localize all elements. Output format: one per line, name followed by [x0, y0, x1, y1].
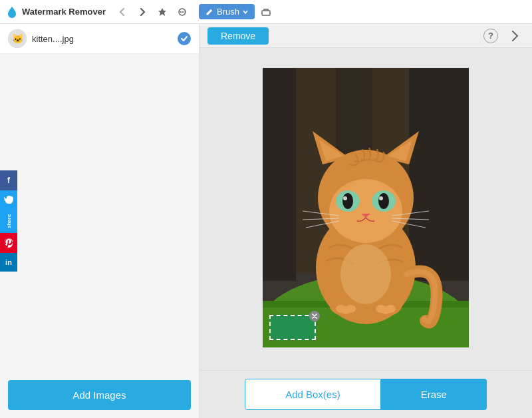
- svg-point-44: [340, 244, 391, 304]
- navigate-right-button[interactable]: [505, 27, 524, 45]
- comment-button[interactable]: [174, 3, 191, 21]
- pin-icon: [158, 7, 167, 17]
- svg-point-26: [378, 193, 389, 209]
- help-button[interactable]: ?: [481, 27, 500, 45]
- file-name: kitten....jpg: [32, 34, 172, 44]
- close-icon: [312, 314, 317, 319]
- svg-point-25: [342, 193, 353, 209]
- file-item[interactable]: 🐱 kitten....jpg: [0, 24, 199, 54]
- file-check-icon: [178, 32, 191, 45]
- main-content: 🐱 kitten....jpg f share: [0, 24, 532, 418]
- file-avatar: 🐱: [8, 29, 27, 48]
- share-label-button[interactable]: share: [0, 209, 17, 233]
- add-box-button[interactable]: Add Box(es): [245, 379, 381, 410]
- svg-point-1: [180, 11, 181, 13]
- svg-rect-8: [263, 68, 296, 281]
- svg-point-3: [183, 11, 184, 13]
- svg-text:🐱: 🐱: [12, 33, 24, 45]
- avatar-icon: 🐱: [8, 29, 27, 48]
- back-button[interactable]: [114, 3, 131, 21]
- remove-button[interactable]: Remove: [207, 27, 269, 45]
- facebook-share-button[interactable]: f: [0, 170, 17, 190]
- image-container: [263, 68, 469, 350]
- add-images-button[interactable]: Add Images: [8, 380, 191, 410]
- linkedin-share-button[interactable]: in: [0, 253, 17, 272]
- app-title: Watermark Remover: [22, 7, 106, 17]
- logo-icon: [5, 5, 19, 19]
- kitten-image: [263, 68, 469, 347]
- svg-point-28: [379, 196, 383, 200]
- brush-dropdown-icon: [243, 9, 248, 15]
- pinterest-share-button[interactable]: [0, 233, 17, 253]
- nav-group: [114, 3, 191, 21]
- forward-button[interactable]: [134, 3, 151, 21]
- pinterest-icon: [5, 238, 13, 248]
- brush-icon: [205, 8, 213, 16]
- svg-point-2: [182, 11, 183, 13]
- canvas-area: [200, 48, 532, 370]
- twitter-icon: [4, 196, 13, 204]
- svg-point-22: [329, 179, 402, 243]
- eraser-button[interactable]: [257, 3, 275, 21]
- right-toolbar: Remove ?: [200, 24, 532, 48]
- forward-icon: [138, 7, 147, 17]
- back-icon: [118, 7, 127, 17]
- svg-point-27: [343, 196, 347, 200]
- app-logo: Watermark Remover: [5, 5, 106, 19]
- svg-point-43: [385, 305, 396, 313]
- erase-button[interactable]: Erase: [381, 379, 487, 410]
- right-panel: Remove ?: [200, 24, 532, 418]
- pin-button[interactable]: [154, 3, 171, 21]
- chevron-right-icon: [511, 31, 519, 41]
- left-panel: 🐱 kitten....jpg f share: [0, 24, 200, 418]
- social-sidebar: f share in: [0, 170, 17, 272]
- toolbar: Watermark Remover: [0, 0, 532, 24]
- svg-rect-12: [409, 68, 469, 281]
- selection-close-button[interactable]: [309, 311, 320, 321]
- right-toolbar-actions: ?: [481, 27, 524, 45]
- brush-button[interactable]: Brush: [199, 4, 255, 19]
- comment-icon: [178, 7, 187, 17]
- checkmark-icon: [180, 35, 188, 43]
- bottom-bar: Add Box(es) Erase: [200, 370, 532, 418]
- twitter-share-button[interactable]: [0, 190, 17, 209]
- eraser-icon: [260, 6, 272, 18]
- svg-point-40: [345, 305, 356, 313]
- selection-box[interactable]: [269, 315, 316, 340]
- left-panel-bottom: Add Images: [0, 372, 199, 418]
- svg-rect-4: [262, 11, 270, 15]
